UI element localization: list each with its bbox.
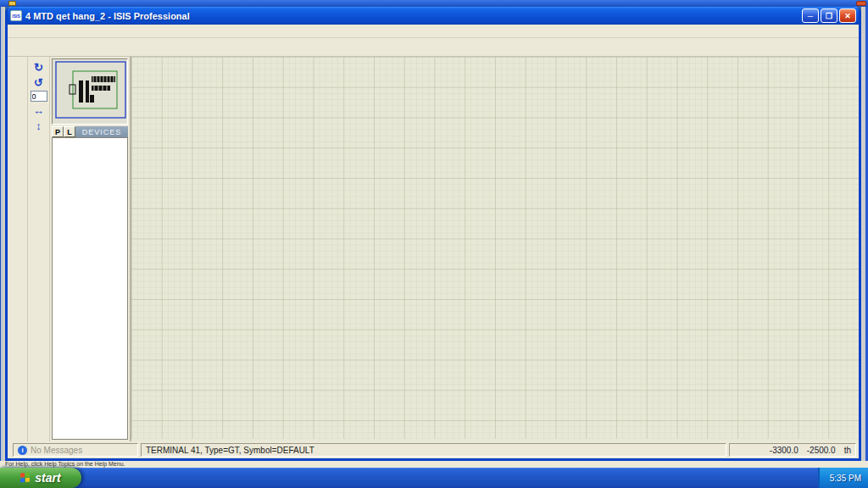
- coordinate-units: th: [844, 446, 851, 455]
- desktop: For Help, click Help Topics on the Help …: [0, 0, 868, 488]
- main-area: ↻ ↺ ↔ ↕: [8, 57, 859, 441]
- coordinates-panel: -3300.0 -2500.0 th: [729, 443, 856, 457]
- start-button[interactable]: start: [0, 468, 81, 488]
- taskbar: start 5:35 PM: [0, 468, 868, 488]
- selector-header: DEVICES: [75, 126, 128, 137]
- message-panel: iNo Messages: [13, 443, 138, 457]
- windows-flag-icon: [20, 472, 31, 483]
- taskbar-clock: 5:35 PM: [830, 474, 861, 483]
- system-tray: 5:35 PM: [818, 468, 868, 488]
- window-title: 4 MTD qet hang_2 - ISIS Professional: [25, 11, 800, 21]
- rotate-anticlockwise-button[interactable]: ↺: [31, 75, 47, 89]
- message-text: No Messages: [31, 446, 82, 455]
- library-manager-button[interactable]: L: [64, 126, 75, 137]
- mode-toolbar: [8, 57, 28, 441]
- coordinate-y: -2500.0: [807, 446, 836, 455]
- pick-devices-button[interactable]: P: [52, 126, 64, 137]
- close-button[interactable]: ✕: [839, 8, 856, 23]
- orientation-toolbar: ↻ ↺ ↔ ↕: [28, 57, 50, 441]
- app-icon: ISIS: [10, 10, 22, 21]
- editing-window[interactable]: [131, 57, 859, 441]
- mirror-vertical-button[interactable]: ↕: [31, 119, 47, 132]
- toolbar: [8, 38, 859, 57]
- mirror-horizontal-button[interactable]: ↔: [31, 103, 47, 117]
- overview-minimap[interactable]: [52, 58, 128, 125]
- device-selector: P L DEVICES: [52, 126, 128, 440]
- object-selector-panel: P L DEVICES: [50, 57, 131, 441]
- maximize-button[interactable]: ❐: [821, 8, 837, 23]
- schematic-canvas[interactable]: [131, 57, 859, 439]
- isis-window: ISIS 4 MTD qet hang_2 - ISIS Professiona…: [5, 7, 861, 461]
- rotation-angle-input[interactable]: [31, 91, 47, 102]
- overview-preview: [53, 59, 129, 122]
- background-window-statusbar: For Help, click Help Topics on the Help …: [0, 461, 868, 468]
- device-list: [52, 137, 128, 440]
- background-window-right-edge: [861, 7, 868, 461]
- menubar: [8, 25, 859, 38]
- titlebar[interactable]: ISIS 4 MTD qet hang_2 - ISIS Professiona…: [8, 7, 859, 25]
- background-close-button-fragment: [856, 1, 866, 6]
- selection-text: TERMINAL 41, Type=GT, Symbol=DEFAULT: [146, 446, 314, 455]
- background-status-text: For Help, click Help Topics on the Help …: [5, 461, 125, 467]
- coordinate-x: -3300.0: [770, 446, 798, 455]
- statusbar: iNo Messages TERMINAL 41, Type=GT, Symbo…: [8, 441, 859, 458]
- info-icon: i: [18, 446, 27, 455]
- rotate-clockwise-button[interactable]: ↻: [31, 60, 47, 74]
- start-label: start: [35, 471, 60, 485]
- background-window-titlebar: [0, 0, 868, 7]
- minimize-button[interactable]: ─: [802, 8, 819, 23]
- background-window-icon: [8, 1, 16, 6]
- selection-info-panel: TERMINAL 41, Type=GT, Symbol=DEFAULT: [141, 443, 726, 457]
